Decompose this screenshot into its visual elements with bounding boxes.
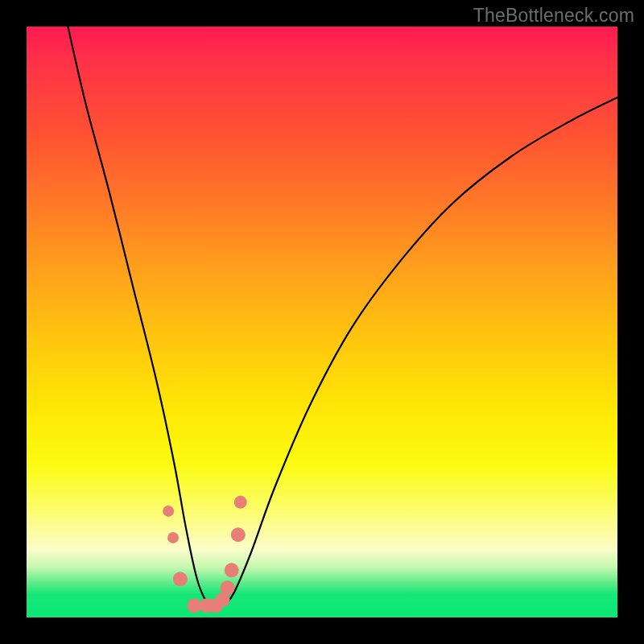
dot: [221, 580, 235, 595]
dot: [173, 572, 188, 586]
watermark-text: TheBottleneck.com: [473, 5, 634, 27]
curve-left-branch: [68, 27, 221, 608]
dot: [163, 506, 174, 517]
highlighted-dots: [163, 496, 247, 613]
dot: [234, 496, 247, 509]
plot-area: [27, 27, 617, 617]
curve-right-branch: [210, 97, 617, 606]
dot: [225, 563, 239, 577]
outer-frame: TheBottleneck.com: [0, 0, 644, 644]
dot: [187, 598, 201, 613]
chart-svg: [27, 27, 617, 617]
dot: [167, 532, 179, 543]
dot: [231, 527, 246, 542]
bottleneck-curve: [68, 27, 617, 608]
